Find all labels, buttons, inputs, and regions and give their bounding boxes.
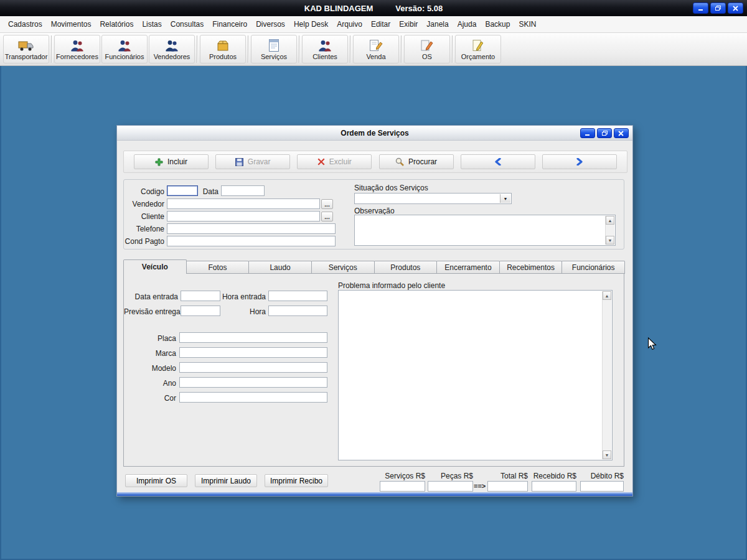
toolbar-separator bbox=[452, 35, 453, 63]
os-tabstrip: Veículo Fotos Laudo Serviços Produtos En… bbox=[123, 259, 624, 274]
next-record-button[interactable] bbox=[542, 154, 617, 169]
tab-servicos[interactable]: Serviços bbox=[311, 261, 375, 274]
menu-item-janela[interactable]: Janela bbox=[422, 17, 453, 31]
recebido-input[interactable] bbox=[532, 481, 576, 492]
hora-entrada-label: Hora entrada bbox=[217, 292, 266, 301]
toolbar-button-label: Transportador bbox=[5, 53, 48, 60]
toolbar-separator bbox=[51, 35, 52, 63]
tab-funcionarios[interactable]: Funcionários bbox=[561, 261, 625, 274]
menu-item-arquivo[interactable]: Arquivo bbox=[332, 17, 367, 31]
app-title: KAD BLINDAGEM bbox=[304, 4, 374, 13]
tab-fotos[interactable]: Fotos bbox=[186, 261, 250, 274]
scroll-up-icon[interactable]: ▲ bbox=[606, 216, 614, 225]
menu-item-editar[interactable]: Editar bbox=[367, 17, 395, 31]
pecas-total-input[interactable] bbox=[428, 481, 473, 492]
ano-label: Ano bbox=[130, 379, 176, 388]
cond-pagto-input[interactable] bbox=[167, 236, 336, 246]
procurar-button[interactable]: Procurar bbox=[379, 154, 454, 169]
menu-item-relatorios[interactable]: Relatórios bbox=[95, 17, 138, 31]
os-action-toolbar: Incluir Gravar Excluir Procurar bbox=[123, 151, 627, 173]
toolbar-button-transportador[interactable]: Transportador bbox=[3, 35, 49, 63]
modelo-input[interactable] bbox=[179, 362, 327, 373]
toolbar-button-label: Venda bbox=[366, 53, 385, 60]
observacao-textarea[interactable]: ▲ ▼ bbox=[354, 215, 616, 246]
gravar-button[interactable]: Gravar bbox=[215, 154, 290, 169]
vendedor-browse-button[interactable]: ... bbox=[321, 199, 333, 209]
problema-textarea[interactable]: ▲ ▼ bbox=[338, 290, 613, 460]
data-label: Data bbox=[199, 187, 218, 196]
toolbar-button-funcionarios[interactable]: Funcionários bbox=[101, 35, 148, 63]
toolbar-button-fornecedores[interactable]: Fornecedores bbox=[54, 35, 100, 63]
tab-recebimentos[interactable]: Recebimentos bbox=[499, 261, 563, 274]
telefone-input[interactable] bbox=[167, 223, 336, 234]
people-icon bbox=[70, 39, 85, 52]
ano-input[interactable] bbox=[179, 377, 327, 388]
menu-item-cadastros[interactable]: Cadastros bbox=[4, 17, 47, 31]
imprimir-os-button[interactable]: Imprimir OS bbox=[125, 474, 187, 487]
toolbar-button-servicos[interactable]: Serviços bbox=[251, 35, 297, 63]
toolbar-button-os[interactable]: OS bbox=[404, 35, 450, 63]
vendedor-input[interactable] bbox=[167, 198, 320, 209]
os-window-bottom-edge bbox=[117, 492, 632, 496]
toolbar-button-label: Funcionários bbox=[105, 53, 144, 60]
previsao-entrega-input[interactable] bbox=[181, 306, 220, 316]
toolbar-button-produtos[interactable]: Produtos bbox=[200, 35, 246, 63]
maximize-icon bbox=[715, 5, 721, 11]
close-button[interactable] bbox=[614, 128, 629, 138]
servicos-total-input[interactable] bbox=[380, 481, 425, 492]
menu-item-help-desk[interactable]: Help Desk bbox=[289, 17, 332, 31]
imprimir-recibo-button[interactable]: Imprimir Recibo bbox=[265, 474, 328, 487]
ordem-de-servicos-window: Ordem de Serviços Incluir bbox=[116, 125, 633, 497]
close-icon bbox=[733, 6, 739, 11]
toolbar-button-venda[interactable]: Venda bbox=[353, 35, 399, 63]
close-button[interactable] bbox=[728, 2, 743, 14]
total-input[interactable] bbox=[487, 481, 528, 492]
pencil-icon bbox=[420, 39, 434, 52]
observacao-scrollbar[interactable]: ▲ ▼ bbox=[605, 216, 614, 245]
tab-encerramento[interactable]: Encerramento bbox=[436, 261, 500, 274]
hora-entrada-input[interactable] bbox=[268, 291, 327, 301]
toolbar-button-vendedores[interactable]: Vendedores bbox=[149, 35, 195, 63]
debito-input[interactable] bbox=[580, 481, 624, 492]
marca-input[interactable] bbox=[179, 347, 327, 358]
procurar-label: Procurar bbox=[408, 157, 437, 166]
minimize-button[interactable] bbox=[693, 2, 708, 14]
data-input[interactable] bbox=[221, 185, 265, 196]
menu-item-movimentos[interactable]: Movimentos bbox=[47, 17, 96, 31]
scroll-down-icon[interactable]: ▼ bbox=[606, 236, 614, 245]
menu-item-consultas[interactable]: Consultas bbox=[166, 17, 208, 31]
menu-item-ajuda[interactable]: Ajuda bbox=[453, 17, 481, 31]
hora-input[interactable] bbox=[268, 306, 327, 316]
minimize-button[interactable] bbox=[580, 128, 595, 138]
data-entrada-input[interactable] bbox=[181, 291, 220, 301]
menu-item-skin[interactable]: SKIN bbox=[514, 17, 540, 31]
situacao-combobox[interactable]: ▼ bbox=[354, 193, 512, 204]
previous-record-button[interactable] bbox=[461, 154, 535, 169]
tab-laudo[interactable]: Laudo bbox=[248, 261, 312, 274]
excluir-button[interactable]: Excluir bbox=[297, 154, 372, 169]
scroll-down-icon[interactable]: ▼ bbox=[603, 450, 611, 459]
codigo-input[interactable] bbox=[167, 185, 198, 196]
maximize-button[interactable] bbox=[597, 128, 612, 138]
toolbar-button-clientes[interactable]: Clientes bbox=[302, 35, 348, 63]
incluir-button[interactable]: Incluir bbox=[134, 154, 209, 169]
cor-input[interactable] bbox=[179, 392, 327, 403]
tab-veiculo[interactable]: Veículo bbox=[123, 259, 187, 274]
problema-scrollbar[interactable]: ▲ ▼ bbox=[602, 291, 611, 459]
scroll-up-icon[interactable]: ▲ bbox=[603, 291, 611, 300]
menu-item-backup[interactable]: Backup bbox=[481, 17, 514, 31]
menu-item-financeiro[interactable]: Financeiro bbox=[208, 17, 251, 31]
chevron-down-icon[interactable]: ▼ bbox=[500, 194, 510, 203]
cliente-input[interactable] bbox=[167, 211, 320, 222]
imprimir-laudo-button[interactable]: Imprimir Laudo bbox=[195, 474, 257, 487]
window-controls bbox=[693, 2, 743, 14]
tab-produtos[interactable]: Produtos bbox=[374, 261, 438, 274]
menu-item-exibir[interactable]: Exibir bbox=[395, 17, 422, 31]
placa-input[interactable] bbox=[179, 332, 327, 343]
menu-item-listas[interactable]: Listas bbox=[138, 17, 166, 31]
toolbar-button-orcamento[interactable]: Orçamento bbox=[455, 35, 501, 63]
maximize-icon bbox=[601, 130, 608, 136]
menu-item-diversos[interactable]: Diversos bbox=[251, 17, 289, 31]
maximize-button[interactable] bbox=[710, 2, 726, 14]
cliente-browse-button[interactable]: ... bbox=[321, 212, 333, 222]
